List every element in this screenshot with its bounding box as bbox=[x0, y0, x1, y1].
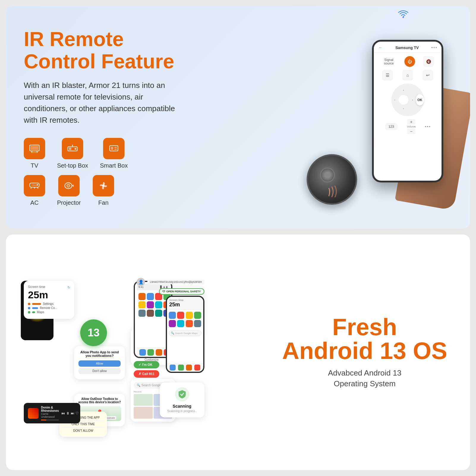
settings-bar bbox=[32, 303, 41, 305]
app-bar-remote: Remote Co... bbox=[28, 306, 70, 310]
tv-icon-box bbox=[24, 138, 45, 159]
svg-point-12 bbox=[72, 145, 73, 146]
main-app-3[interactable] bbox=[186, 312, 193, 319]
main-app-1[interactable] bbox=[169, 312, 176, 319]
main-app-5[interactable] bbox=[169, 320, 176, 327]
fan-label: Fan bbox=[98, 199, 108, 206]
next-button[interactable]: ⏭ bbox=[71, 411, 74, 415]
ir-remote-section: IR Remote Control Feature With an IR bla… bbox=[6, 6, 470, 228]
volume-down[interactable]: − bbox=[407, 129, 415, 134]
main-dock-cam[interactable] bbox=[194, 365, 200, 371]
svg-point-22 bbox=[37, 184, 38, 186]
android-content: Fresh Android 13 OS Advabced Android 13 … bbox=[262, 315, 455, 389]
search-icon: 🔍 bbox=[137, 384, 140, 387]
power-row: Signalsource ⏻ 🔇 bbox=[377, 56, 438, 67]
photo-permission-card: Allow Photo App to send you notification… bbox=[74, 346, 125, 379]
settop-icon bbox=[67, 144, 78, 153]
app-settings-small[interactable] bbox=[138, 310, 146, 317]
more-options[interactable] bbox=[425, 126, 430, 127]
app-gmail[interactable] bbox=[138, 293, 146, 300]
dock-phone[interactable] bbox=[139, 349, 146, 356]
accept-call-btn[interactable]: ✓ I'm OK bbox=[134, 361, 159, 368]
app-grid bbox=[137, 291, 169, 319]
phone-menu-dots[interactable] bbox=[431, 47, 437, 48]
remote-bottom-row: 123 + Volume − bbox=[377, 119, 438, 134]
mute-button[interactable]: 🔇 bbox=[423, 56, 434, 67]
music-progress-fill bbox=[41, 420, 46, 420]
main-phone-screentime-label: Screen time bbox=[169, 299, 201, 302]
allow-button[interactable]: Allow bbox=[78, 360, 121, 367]
app-clock[interactable] bbox=[147, 310, 154, 317]
profile-row: 👤 L9H4OT8WCkU0dy1tSl=mCyRn@ip53FldH bbox=[137, 278, 204, 286]
ok-button[interactable]: OK bbox=[416, 94, 424, 105]
profile-id-text: L9H4OT8WCkU0dy1tSl=mCyRn@ip53FldH bbox=[147, 280, 204, 284]
settings-app-label: Settings bbox=[43, 302, 53, 305]
number-button[interactable]: 123 bbox=[385, 123, 398, 130]
ir-device-ac: AC bbox=[24, 175, 45, 206]
safety-badge[interactable]: 🛡 OPEN PERSONAL SAFETY bbox=[159, 288, 204, 295]
music-title: Denim & Rhinestones bbox=[41, 406, 59, 412]
decline-call-btn[interactable]: ✗ Call 911 bbox=[134, 370, 159, 378]
signal-label: Signalsource bbox=[382, 58, 396, 65]
remote-dot bbox=[28, 307, 30, 309]
app-contacts[interactable] bbox=[155, 310, 162, 317]
main-dock-chrome[interactable] bbox=[186, 365, 192, 371]
android-subtitle: Advabced Android 13 Operating System bbox=[328, 368, 401, 389]
app-meet[interactable] bbox=[155, 301, 162, 308]
ir-description: With an IR blaster, Armor 21 turns into … bbox=[24, 80, 178, 126]
map-thumbnail-3 bbox=[134, 407, 153, 419]
nav-row: ☰ ⌂ ↩ bbox=[377, 70, 438, 81]
power-button[interactable]: ⏻ bbox=[404, 56, 415, 67]
settop-label: Set-top Box bbox=[57, 162, 88, 169]
main-app-4[interactable] bbox=[194, 312, 201, 319]
permission-title: Allow Photo App to send you notification… bbox=[78, 350, 121, 357]
ir-device-tv: TV bbox=[24, 138, 45, 169]
app-maps[interactable] bbox=[147, 293, 154, 300]
maps-dot bbox=[28, 311, 30, 313]
shield-icon: 🛡 bbox=[163, 290, 165, 293]
smartbox-icon-box bbox=[103, 138, 124, 159]
ac-label: AC bbox=[30, 199, 39, 206]
back-button[interactable]: ↩ bbox=[423, 70, 433, 81]
play-pause-button[interactable]: ⏸ bbox=[66, 411, 70, 415]
svg-rect-16 bbox=[114, 149, 117, 150]
ir-device-smartbox: Smart Box bbox=[100, 138, 128, 169]
main-app-7[interactable] bbox=[186, 320, 193, 327]
music-artist: Carrie Underwood bbox=[41, 412, 59, 418]
dock-messages[interactable] bbox=[147, 349, 154, 356]
settop-icon-box bbox=[62, 138, 83, 159]
wifi-signal-icon bbox=[397, 10, 409, 18]
screentime-label: Screen time bbox=[28, 285, 45, 289]
profile-avatar: 👤 bbox=[137, 278, 145, 286]
android-screenshots: 1705 Screen time ↻ 25m Settings bbox=[21, 281, 262, 423]
heart-button[interactable]: ♡ bbox=[75, 411, 79, 415]
app-photos[interactable] bbox=[138, 301, 146, 308]
main-search-placeholder: Search Google Maps bbox=[175, 332, 198, 335]
svg-point-24 bbox=[67, 184, 70, 187]
app-bar-settings: Settings bbox=[28, 302, 70, 305]
app-duo[interactable] bbox=[147, 301, 154, 308]
deny-button[interactable]: Don't allow bbox=[78, 368, 121, 374]
main-app-6[interactable] bbox=[177, 320, 184, 327]
svg-rect-5 bbox=[31, 146, 38, 150]
remote-app-label: Remote Co... bbox=[40, 306, 57, 310]
main-dock-phone[interactable] bbox=[170, 365, 176, 371]
scanning-subtitle: Scanning in progress.. bbox=[165, 409, 200, 413]
music-album-art bbox=[28, 408, 39, 419]
dock-browser[interactable] bbox=[156, 349, 162, 356]
tv-label: TV bbox=[31, 162, 38, 169]
main-app-2[interactable] bbox=[177, 312, 184, 319]
dont-allow-option[interactable]: DON'T ALLOW bbox=[62, 428, 104, 434]
menu-button[interactable]: ☰ bbox=[382, 70, 393, 81]
prev-button[interactable]: ⏮ bbox=[61, 411, 65, 415]
home-button[interactable]: ⌂ bbox=[402, 70, 413, 81]
refresh-icon[interactable]: ↻ bbox=[67, 286, 70, 289]
main-dock-msg[interactable] bbox=[178, 365, 184, 371]
volume-up[interactable]: + bbox=[407, 119, 415, 124]
main-search-icon: 🔍 bbox=[171, 332, 174, 335]
main-app-8[interactable] bbox=[194, 320, 201, 327]
android-version-badge: 13 bbox=[80, 319, 107, 346]
call-buttons: ✓ I'm OK ✗ Call 911 bbox=[134, 361, 159, 378]
volume-control: + Volume − bbox=[407, 119, 416, 134]
main-phone-search[interactable]: 🔍 Search Google Maps bbox=[169, 330, 201, 336]
